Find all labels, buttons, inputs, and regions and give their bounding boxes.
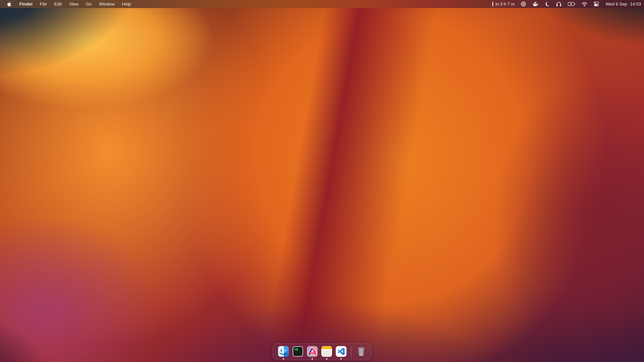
menu-item-window[interactable]: Window xyxy=(96,1,118,7)
timer-countdown-text: in 3 h 7 m xyxy=(496,1,515,7)
battery-charging-icon[interactable] xyxy=(568,1,576,6)
menu-item-finder[interactable]: Finder xyxy=(16,1,36,7)
running-indicator-notes xyxy=(326,358,328,360)
dock-notes-icon[interactable] xyxy=(321,346,332,357)
menu-bar-left: Finder File Edit View Go Window Help xyxy=(7,1,135,7)
moon-focus-icon[interactable] xyxy=(544,1,550,7)
menu-item-edit[interactable]: Edit xyxy=(50,1,66,7)
clock-date: Wed 6 Sep xyxy=(606,1,627,7)
running-indicator-vscode xyxy=(340,358,342,360)
dock-terminal-icon[interactable]: $ xyxy=(292,346,304,357)
running-indicator-arc xyxy=(312,358,313,360)
menu-bar-clock[interactable]: Wed 6 Sep 14:53 xyxy=(606,1,641,7)
docker-whale-icon[interactable] xyxy=(532,1,538,7)
menu-item-file[interactable]: File xyxy=(36,1,50,7)
menu-item-go[interactable]: Go xyxy=(82,1,96,7)
wifi-icon[interactable] xyxy=(582,1,588,6)
vertical-bar-indicator xyxy=(492,2,493,6)
desktop-wallpaper xyxy=(0,0,644,362)
dock-vscode-icon[interactable] xyxy=(336,346,347,357)
apple-logo-icon[interactable] xyxy=(7,1,11,6)
menu-bar-status-area: in 3 h 7 m xyxy=(486,1,641,7)
control-center-icon[interactable] xyxy=(594,1,599,7)
dock-finder-icon[interactable] xyxy=(278,346,289,357)
desktop: Finder File Edit View Go Window Help in … xyxy=(0,0,644,362)
dock-arc-browser-icon[interactable] xyxy=(306,346,318,357)
running-indicator-finder xyxy=(283,358,284,360)
clock-time: 14:53 xyxy=(630,1,641,7)
dock-separator xyxy=(351,346,351,358)
dock-trash-icon[interactable] xyxy=(356,346,366,357)
menu-item-help[interactable]: Help xyxy=(118,1,134,7)
dock: $ xyxy=(272,343,372,360)
timer-status[interactable]: in 3 h 7 m xyxy=(492,1,515,7)
menu-item-view[interactable]: View xyxy=(66,1,82,7)
keyhole-circle-icon[interactable] xyxy=(521,1,526,7)
svg-text:$: $ xyxy=(294,348,296,351)
headphones-icon[interactable] xyxy=(556,1,562,7)
menu-bar: Finder File Edit View Go Window Help in … xyxy=(0,0,644,8)
